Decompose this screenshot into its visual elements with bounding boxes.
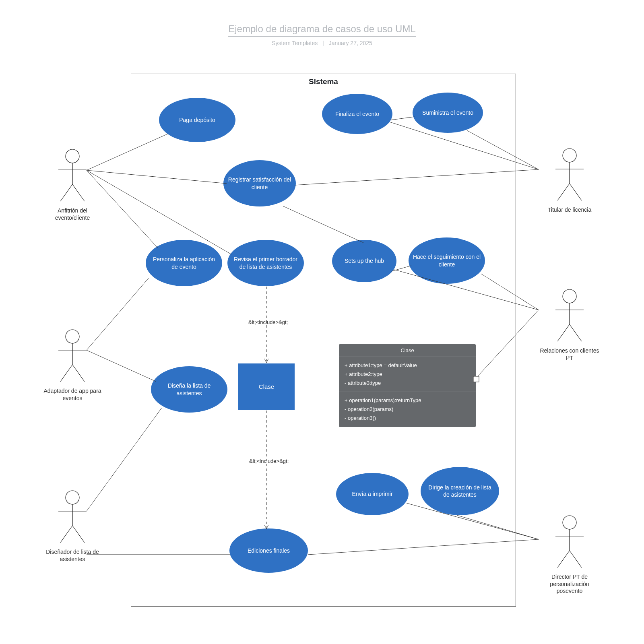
svg-line-18 — [557, 184, 570, 200]
class-op-row: - operation3() — [345, 414, 470, 423]
usecase-disena-lista[interactable]: Diseña la lista de asistentes — [151, 366, 227, 413]
svg-point-20 — [563, 289, 576, 303]
class-op-row: + operation1(params):returnType — [345, 396, 470, 405]
svg-line-24 — [570, 324, 582, 341]
svg-line-28 — [557, 551, 570, 568]
svg-line-29 — [570, 551, 582, 568]
usecase-label: Revisa el primer borrador de lista de as… — [231, 256, 300, 270]
usecase-label: Paga depósito — [179, 116, 215, 124]
actor-label: Adaptador de app para eventos — [40, 388, 105, 402]
class-attr-row: + attribute1:type = defaultValue — [345, 361, 470, 370]
svg-point-0 — [66, 149, 79, 163]
usecase-registrar-satisfaccion[interactable]: Registrar satisfacción del cliente — [223, 160, 296, 206]
usecase-revisa-borrador[interactable]: Revisa el primer borrador de lista de as… — [227, 240, 304, 286]
actor-stick-figure-icon — [56, 329, 89, 384]
class-attr-row: - attribute3:type — [345, 379, 470, 388]
actor-label: Titular de licencia — [537, 206, 602, 214]
include-label-1: &lt;<include>&gt; — [248, 319, 289, 325]
svg-point-5 — [66, 330, 79, 343]
actor-titular[interactable]: Titular de licencia — [537, 148, 602, 214]
system-label: Sistema — [131, 77, 516, 86]
usecase-label: Diseña la lista de asistentes — [155, 382, 223, 396]
svg-line-9 — [72, 365, 85, 382]
usecase-paga-deposito[interactable]: Paga depósito — [159, 98, 235, 142]
class-box-small[interactable]: Clase — [238, 363, 295, 410]
actor-label: Relaciones con clientes PT — [537, 347, 602, 361]
usecase-envia-imprimir[interactable]: Envía a imprimir — [336, 473, 409, 515]
svg-point-15 — [563, 149, 576, 162]
actor-director-pt[interactable]: Director PT de personalización posevento — [537, 515, 602, 595]
usecase-finaliza-evento[interactable]: Finaliza el evento — [322, 94, 392, 134]
svg-line-14 — [72, 526, 85, 543]
usecase-label: Finaliza el evento — [335, 110, 379, 118]
system-boundary[interactable]: Sistema — [131, 74, 516, 607]
usecase-label: Suministra el evento — [422, 109, 473, 116]
class-title: Clase — [339, 344, 476, 357]
usecase-label: Registrar satisfacción del cliente — [227, 176, 292, 190]
actor-label: Director PT de personalización posevento — [537, 574, 602, 595]
svg-line-13 — [60, 526, 72, 543]
usecase-label: Sets up the hub — [345, 257, 384, 264]
subtitle-date: January 27, 2025 — [329, 40, 372, 46]
diagram-header: Ejemplo de diagrama de casos de uso UML … — [0, 23, 644, 46]
usecase-dirige-creacion[interactable]: Dirige la creación de lista de asistente… — [421, 467, 499, 515]
svg-point-10 — [66, 491, 79, 504]
svg-line-3 — [60, 184, 72, 201]
svg-line-4 — [72, 184, 85, 201]
class-box-large[interactable]: Clase + attribute1:type = defaultValue +… — [339, 344, 476, 427]
actor-disenador[interactable]: Diseñador de lista de asistentes — [40, 490, 105, 563]
actor-label: Diseñador de lista de asistentes — [40, 549, 105, 563]
actor-label: Anfitrión del evento/cliente — [40, 207, 105, 221]
actor-stick-figure-icon — [553, 289, 586, 343]
usecase-label: Ediciones finales — [248, 547, 290, 554]
actor-stick-figure-icon — [56, 149, 89, 203]
usecase-personaliza-app[interactable]: Personaliza la aplicación de evento — [146, 240, 222, 286]
class-operations: + operation1(params):returnType - operat… — [339, 392, 476, 427]
actor-stick-figure-icon — [56, 490, 89, 545]
actor-stick-figure-icon — [553, 148, 586, 202]
actor-adaptador[interactable]: Adaptador de app para eventos — [40, 329, 105, 402]
svg-line-23 — [557, 324, 570, 341]
svg-point-25 — [563, 516, 576, 529]
class-attr-row: + attribute2:type — [345, 370, 470, 379]
usecase-suministra-evento[interactable]: Suministra el evento — [413, 93, 483, 133]
usecase-label: Hace el seguimiento con el cliente — [413, 253, 481, 268]
actor-anfitrion[interactable]: Anfitrión del evento/cliente — [40, 149, 105, 221]
usecase-hace-seguimiento[interactable]: Hace el seguimiento con el cliente — [409, 237, 485, 284]
actor-relaciones-pt[interactable]: Relaciones con clientes PT — [537, 289, 602, 361]
diagram-title: Ejemplo de diagrama de casos de uso UML — [228, 23, 416, 37]
svg-line-8 — [60, 365, 72, 382]
actor-stick-figure-icon — [553, 515, 586, 570]
class-box-label: Clase — [259, 383, 274, 390]
usecase-label: Dirige la creación de lista de asistente… — [425, 484, 495, 498]
usecase-sets-up-hub[interactable]: Sets up the hub — [332, 240, 396, 282]
usecase-label: Personaliza la aplicación de evento — [150, 256, 218, 270]
usecase-ediciones-finales[interactable]: Ediciones finales — [229, 528, 308, 573]
class-op-row: - operation2(params) — [345, 405, 470, 414]
subtitle-separator: | — [322, 40, 324, 46]
subtitle-template: System Templates — [272, 40, 318, 46]
usecase-label: Envía a imprimir — [352, 490, 392, 497]
include-label-2: &lt;<include>&gt; — [248, 458, 289, 464]
diagram-subtitle: System Templates | January 27, 2025 — [0, 40, 644, 46]
uml-diagram-page: Ejemplo de diagrama de casos de uso UML … — [0, 0, 644, 644]
svg-line-19 — [570, 184, 582, 200]
class-attributes: + attribute1:type = defaultValue + attri… — [339, 357, 476, 392]
